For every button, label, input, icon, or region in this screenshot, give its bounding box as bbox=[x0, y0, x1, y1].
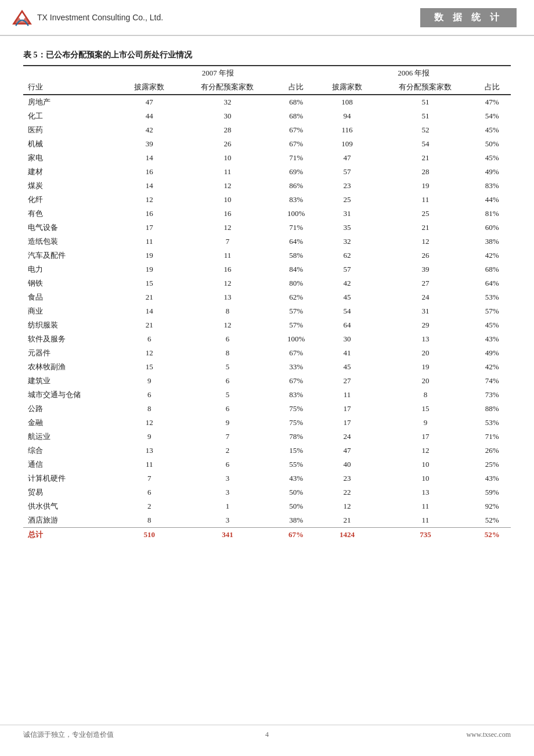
cell-ratio06: 26% bbox=[473, 444, 511, 458]
table-row: 煤炭 14 12 86% 23 19 83% bbox=[23, 179, 511, 193]
page-footer: 诚信源于独立，专业创造价值 4 www.txsec.com bbox=[0, 725, 534, 744]
cell-exp07: 21 bbox=[119, 318, 180, 332]
cell-plan07: 12 bbox=[180, 276, 276, 290]
cell-plan06: 19 bbox=[377, 360, 473, 374]
table-row: 机械 39 26 67% 109 54 50% bbox=[23, 137, 511, 151]
cell-exp07: 6 bbox=[119, 388, 180, 402]
cell-ratio07: 71% bbox=[275, 221, 316, 235]
cell-exp06: 30 bbox=[317, 332, 378, 346]
cell-exp07: 44 bbox=[119, 109, 180, 123]
cell-exp07: 15 bbox=[119, 276, 180, 290]
col-industry-label: 行业 bbox=[23, 80, 119, 95]
cell-exp07: 12 bbox=[119, 346, 180, 360]
cell-industry: 化工 bbox=[23, 109, 119, 123]
cell-exp07: 11 bbox=[119, 235, 180, 249]
cell-ratio07: 100% bbox=[275, 332, 316, 346]
cell-plan07: 6 bbox=[180, 402, 276, 416]
cell-plan07: 11 bbox=[180, 165, 276, 179]
cell-plan07: 6 bbox=[180, 374, 276, 388]
cell-industry: 综合 bbox=[23, 444, 119, 458]
footer-page-number: 4 bbox=[265, 730, 269, 739]
cell-plan06: 13 bbox=[377, 485, 473, 499]
col-industry-header bbox=[23, 66, 119, 80]
cell-exp06: 23 bbox=[317, 179, 378, 193]
cell-plan06: 19 bbox=[377, 179, 473, 193]
cell-exp06: 25 bbox=[317, 193, 378, 207]
cell-ratio07: 50% bbox=[275, 499, 316, 513]
cell-plan07: 3 bbox=[180, 485, 276, 499]
cell-plan07: 16 bbox=[180, 207, 276, 221]
table-body: 房地产 47 32 68% 108 51 47% 化工 44 30 68% 94… bbox=[23, 95, 511, 528]
table-row: 软件及服务 6 6 100% 30 13 43% bbox=[23, 332, 511, 346]
table-row: 供水供气 2 1 50% 12 11 92% bbox=[23, 499, 511, 513]
main-content: 表 5：已公布分配预案的上市公司所处行业情况 2007 年报 2006 年报 行… bbox=[0, 36, 534, 556]
cell-exp06: 45 bbox=[317, 290, 378, 304]
cell-ratio06: 43% bbox=[473, 471, 511, 485]
col-exp-2006: 披露家数 bbox=[317, 80, 378, 95]
cell-plan06: 25 bbox=[377, 207, 473, 221]
table-row: 汽车及配件 19 11 58% 62 26 42% bbox=[23, 249, 511, 262]
cell-plan06: 10 bbox=[377, 471, 473, 485]
cell-plan07: 9 bbox=[180, 416, 276, 430]
cell-industry: 电力 bbox=[23, 262, 119, 276]
cell-plan07: 5 bbox=[180, 360, 276, 374]
cell-industry: 钢铁 bbox=[23, 276, 119, 290]
cell-plan07: 12 bbox=[180, 179, 276, 193]
table-row: 商业 14 8 57% 54 31 57% bbox=[23, 304, 511, 318]
cell-plan06: 51 bbox=[377, 109, 473, 123]
cell-exp06: 41 bbox=[317, 346, 378, 360]
cell-industry: 航运业 bbox=[23, 430, 119, 444]
cell-ratio06: 53% bbox=[473, 416, 511, 430]
cell-industry: 机械 bbox=[23, 137, 119, 151]
cell-ratio07: 57% bbox=[275, 318, 316, 332]
total-row: 总计 510 341 67% 1424 735 52% bbox=[23, 528, 511, 542]
page-header: TX Investment Consulting Co., Ltd. 数 据 统… bbox=[0, 0, 534, 36]
table-row: 有色 16 16 100% 31 25 81% bbox=[23, 207, 511, 221]
cell-exp07: 16 bbox=[119, 207, 180, 221]
col-ratio-2007: 占比 bbox=[275, 80, 316, 95]
cell-ratio07: 62% bbox=[275, 290, 316, 304]
table-row: 化工 44 30 68% 94 51 54% bbox=[23, 109, 511, 123]
cell-industry: 有色 bbox=[23, 207, 119, 221]
cell-exp07: 6 bbox=[119, 485, 180, 499]
total-ratio07: 67% bbox=[275, 528, 316, 542]
cell-ratio07: 67% bbox=[275, 374, 316, 388]
cell-industry: 公路 bbox=[23, 402, 119, 416]
cell-plan06: 12 bbox=[377, 444, 473, 458]
table-row: 造纸包装 11 7 64% 32 12 38% bbox=[23, 235, 511, 249]
cell-plan06: 11 bbox=[377, 499, 473, 513]
cell-ratio07: 83% bbox=[275, 388, 316, 402]
cell-ratio07: 71% bbox=[275, 151, 316, 165]
cell-exp07: 17 bbox=[119, 221, 180, 235]
cell-exp06: 17 bbox=[317, 402, 378, 416]
table-row: 通信 11 6 55% 40 10 25% bbox=[23, 458, 511, 471]
cell-ratio07: 67% bbox=[275, 137, 316, 151]
cell-exp07: 11 bbox=[119, 458, 180, 471]
cell-exp06: 21 bbox=[317, 513, 378, 528]
cell-industry: 通信 bbox=[23, 458, 119, 471]
total-exp07: 510 bbox=[119, 528, 180, 542]
cell-exp06: 62 bbox=[317, 249, 378, 262]
cell-plan07: 8 bbox=[180, 346, 276, 360]
cell-plan06: 10 bbox=[377, 458, 473, 471]
cell-ratio06: 71% bbox=[473, 430, 511, 444]
cell-plan07: 2 bbox=[180, 444, 276, 458]
cell-ratio07: 64% bbox=[275, 235, 316, 249]
cell-ratio06: 53% bbox=[473, 290, 511, 304]
cell-plan07: 11 bbox=[180, 249, 276, 262]
table-row: 房地产 47 32 68% 108 51 47% bbox=[23, 95, 511, 109]
cell-ratio07: 38% bbox=[275, 513, 316, 528]
cell-plan06: 20 bbox=[377, 374, 473, 388]
cell-exp06: 32 bbox=[317, 235, 378, 249]
cell-ratio07: 80% bbox=[275, 276, 316, 290]
cell-ratio06: 42% bbox=[473, 360, 511, 374]
cell-exp06: 94 bbox=[317, 109, 378, 123]
cell-exp07: 13 bbox=[119, 444, 180, 458]
cell-exp07: 39 bbox=[119, 137, 180, 151]
cell-ratio06: 54% bbox=[473, 109, 511, 123]
cell-ratio07: 83% bbox=[275, 193, 316, 207]
cell-industry: 建筑业 bbox=[23, 374, 119, 388]
cell-ratio06: 42% bbox=[473, 249, 511, 262]
cell-industry: 家电 bbox=[23, 151, 119, 165]
cell-ratio06: 74% bbox=[473, 374, 511, 388]
